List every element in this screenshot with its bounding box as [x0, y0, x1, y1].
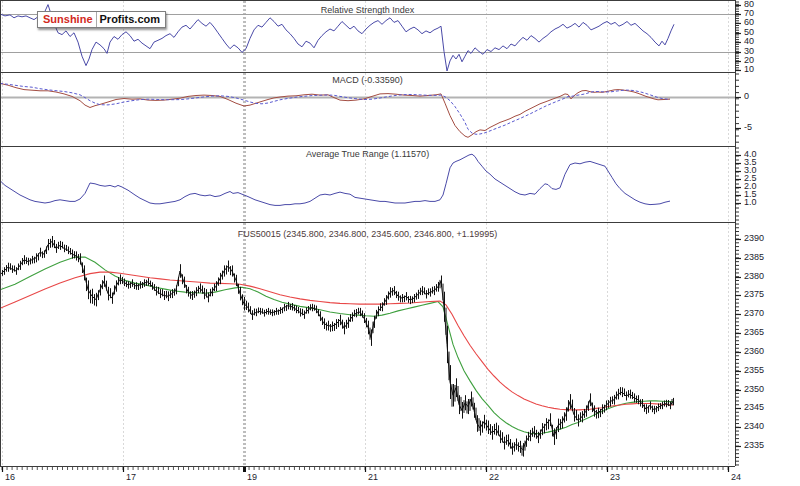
y-axis-label: 2360 — [744, 347, 764, 356]
x-axis-label: 21 — [368, 473, 378, 482]
y-axis-label: 1.0 — [744, 198, 757, 207]
atr-line — [0, 154, 670, 205]
macd-panel-title: MACD (-0.33590) — [0, 75, 735, 85]
y-axis-label: -5 — [744, 123, 752, 132]
chart-root: Relative Strength Index MACD (-0.33590) … — [0, 0, 800, 486]
x-axis-label: 16 — [5, 473, 15, 482]
y-axis-label: 60 — [744, 18, 754, 27]
atr-panel-title: Average True Range (1.11570) — [0, 149, 735, 159]
y-axis-label: 2340 — [744, 422, 764, 431]
macd-line — [0, 83, 670, 137]
brand-logo-sunshine: Sunshine — [38, 12, 97, 27]
x-axis-label: 23 — [610, 473, 620, 482]
x-axis-label: 17 — [126, 473, 136, 482]
price-bars — [1, 236, 674, 457]
y-axis-label: 2345 — [744, 403, 764, 412]
y-axis-label: 10 — [744, 65, 754, 74]
y-axis-label: 2380 — [744, 272, 764, 281]
y-axis-label: 2355 — [744, 366, 764, 375]
y-axis-label: 2385 — [744, 253, 764, 262]
x-axis-label: 22 — [489, 473, 499, 482]
price-panel-title: FUS50015 (2345.800, 2346.800, 2345.600, … — [0, 229, 735, 239]
y-axis-label: 40 — [744, 37, 754, 46]
x-axis-label: 24 — [731, 473, 741, 482]
y-axis-label: 2370 — [744, 309, 764, 318]
y-axis-label: 2335 — [744, 441, 764, 450]
brand-logo-profits: Profits.com — [97, 12, 166, 27]
x-axis-label: 19 — [247, 473, 257, 482]
y-axis-label: 2375 — [744, 290, 764, 299]
macd-signal-line — [0, 83, 670, 134]
brand-logo[interactable]: Sunshine Profits.com — [37, 11, 166, 28]
y-axis-label: 2390 — [744, 234, 764, 243]
price-close-line — [0, 242, 673, 450]
y-axis-label: 2365 — [744, 328, 764, 337]
y-axis-label: 2350 — [744, 385, 764, 394]
chart-canvas — [0, 0, 800, 486]
y-axis-label: 0 — [744, 92, 749, 101]
